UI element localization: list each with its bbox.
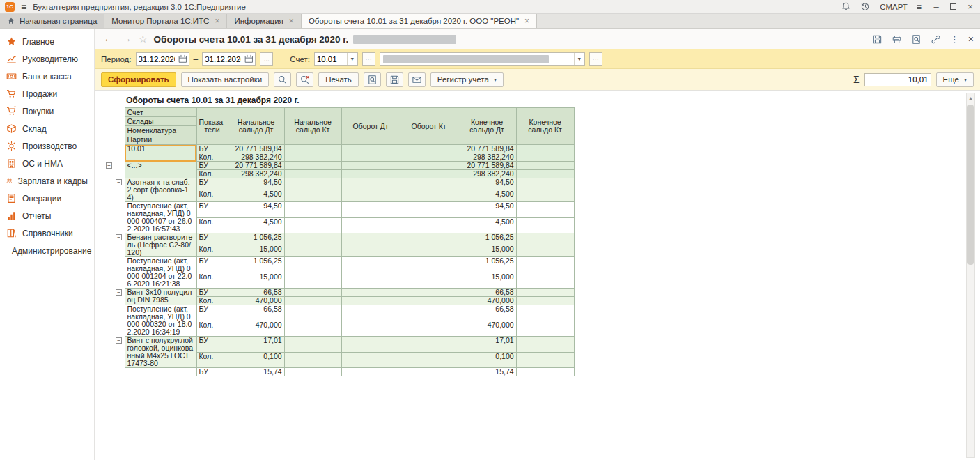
indicator-cell[interactable]: БУ xyxy=(196,162,228,170)
value-cell[interactable]: 1 056,25 xyxy=(458,257,516,273)
print-button[interactable]: Печать xyxy=(318,72,359,87)
value-cell[interactable]: 20 771 589,84 xyxy=(458,145,516,153)
group-name-cell[interactable]: Винт 3х10 полуцил оц DIN 7985 xyxy=(125,289,196,305)
value-cell[interactable]: 4,500 xyxy=(458,217,516,233)
value-cell[interactable] xyxy=(400,190,458,202)
indicator-cell[interactable]: БУ xyxy=(196,305,228,321)
value-cell[interactable] xyxy=(516,153,574,162)
value-cell[interactable] xyxy=(400,257,458,273)
value-cell[interactable] xyxy=(400,245,458,257)
value-cell[interactable] xyxy=(400,178,458,190)
value-cell[interactable] xyxy=(341,297,400,305)
value-cell[interactable]: 470,000 xyxy=(458,297,516,305)
value-cell[interactable]: 4,500 xyxy=(228,217,284,233)
group-name-cell[interactable]: Поступление (акт, накладная, УПД) 0000-0… xyxy=(125,202,196,233)
sidebar-item-production[interactable]: Производство xyxy=(0,137,94,155)
sidebar-item-operations[interactable]: Операции xyxy=(0,190,94,207)
value-cell[interactable] xyxy=(284,170,341,178)
period-from-field[interactable] xyxy=(136,52,189,66)
value-cell[interactable] xyxy=(341,305,400,321)
scroll-up-icon[interactable]: ▲ xyxy=(968,93,973,102)
indicator-cell[interactable]: БУ xyxy=(196,233,228,245)
value-cell[interactable]: 15,74 xyxy=(228,368,284,376)
indicator-cell[interactable]: Кол. xyxy=(196,321,228,337)
value-cell[interactable] xyxy=(284,145,341,153)
indicator-cell[interactable]: Кол. xyxy=(196,245,228,257)
send-email-button[interactable] xyxy=(408,72,426,87)
value-cell[interactable] xyxy=(341,178,400,190)
organization-dropdown-icon[interactable]: ▾ xyxy=(574,53,584,65)
sidebar-item-fixed-assets[interactable]: ОС и НМА xyxy=(0,155,94,172)
value-cell[interactable] xyxy=(400,289,458,297)
value-cell[interactable]: 94,50 xyxy=(228,202,284,218)
value-cell[interactable] xyxy=(400,202,458,218)
value-cell[interactable] xyxy=(341,337,400,353)
print-icon-button[interactable] xyxy=(892,34,902,45)
value-cell[interactable]: 15,000 xyxy=(458,245,516,257)
tab-home[interactable]: Начальная страница xyxy=(0,14,104,28)
value-cell[interactable] xyxy=(400,273,458,289)
organization-field[interactable]: ▾ xyxy=(380,52,585,66)
value-cell[interactable] xyxy=(516,178,574,190)
indicator-cell[interactable]: Кол. xyxy=(196,352,228,368)
sum-field[interactable] xyxy=(864,73,931,86)
value-cell[interactable] xyxy=(516,352,574,368)
value-cell[interactable] xyxy=(400,321,458,337)
period-from-input[interactable] xyxy=(137,53,177,65)
value-cell[interactable] xyxy=(516,245,574,257)
value-cell[interactable] xyxy=(284,178,341,190)
value-cell[interactable]: 17,01 xyxy=(458,337,516,353)
value-cell[interactable] xyxy=(284,305,341,321)
value-cell[interactable] xyxy=(284,153,341,162)
history-button[interactable] xyxy=(860,1,871,12)
favorite-star-icon[interactable]: ☆ xyxy=(139,33,148,45)
group-name-cell[interactable]: Поступление (акт, накладная, УПД) 0000-0… xyxy=(125,305,196,337)
value-cell[interactable]: 298 382,240 xyxy=(458,153,516,162)
value-cell[interactable] xyxy=(284,368,341,376)
value-cell[interactable] xyxy=(400,233,458,245)
sidebar-item-purchases[interactable]: Покупки xyxy=(0,102,94,120)
value-cell[interactable] xyxy=(341,273,400,289)
value-cell[interactable] xyxy=(284,337,341,353)
value-cell[interactable]: 470,000 xyxy=(228,297,284,305)
tab-information[interactable]: Информация× xyxy=(227,14,301,28)
period-to-input[interactable] xyxy=(203,53,243,65)
calendar-icon[interactable] xyxy=(177,54,189,63)
indicator-cell[interactable]: БУ xyxy=(196,178,228,190)
more-menu-icon[interactable]: ⋮ xyxy=(950,34,959,45)
value-cell[interactable]: 66,58 xyxy=(458,305,516,321)
value-cell[interactable] xyxy=(341,233,400,245)
tab-close-icon[interactable]: × xyxy=(289,16,294,26)
value-cell[interactable]: 470,000 xyxy=(458,321,516,337)
value-cell[interactable] xyxy=(341,170,400,178)
notifications-button[interactable] xyxy=(841,1,851,12)
service-menu-icon[interactable]: ≡ xyxy=(917,2,922,12)
value-cell[interactable] xyxy=(341,289,400,297)
value-cell[interactable] xyxy=(341,321,400,337)
indicator-cell[interactable]: БУ xyxy=(196,289,228,297)
value-cell[interactable] xyxy=(341,368,400,376)
group-name-cell[interactable]: Бензин-растворитель (Нефрас С2-80/120) xyxy=(125,233,196,257)
sidebar-item-manager[interactable]: Руководителю xyxy=(0,50,94,68)
value-cell[interactable] xyxy=(516,233,574,245)
value-cell[interactable] xyxy=(284,190,341,202)
value-cell[interactable] xyxy=(516,273,574,289)
value-cell[interactable]: 66,58 xyxy=(458,289,516,297)
sum-input[interactable] xyxy=(865,74,931,86)
sidebar-item-warehouse[interactable]: Склад xyxy=(0,120,94,137)
generate-button[interactable]: Сформировать xyxy=(101,72,176,87)
value-cell[interactable]: 15,000 xyxy=(458,273,516,289)
value-cell[interactable]: 94,50 xyxy=(228,178,284,190)
value-cell[interactable] xyxy=(284,352,341,368)
indicator-cell[interactable]: Кол. xyxy=(196,153,228,162)
sidebar-item-administration[interactable]: Администрирование xyxy=(0,242,94,259)
sidebar-item-main[interactable]: Главное xyxy=(0,33,94,50)
value-cell[interactable]: 298 382,240 xyxy=(458,170,516,178)
value-cell[interactable]: 0,100 xyxy=(458,352,516,368)
value-cell[interactable]: 20 771 589,84 xyxy=(458,162,516,170)
value-cell[interactable]: 94,50 xyxy=(458,202,516,218)
value-cell[interactable]: 4,500 xyxy=(228,190,284,202)
tab-close-icon[interactable]: × xyxy=(215,16,219,26)
register-button[interactable]: Регистр учета▾ xyxy=(430,72,504,87)
main-menu-icon[interactable]: ≡ xyxy=(21,2,26,12)
